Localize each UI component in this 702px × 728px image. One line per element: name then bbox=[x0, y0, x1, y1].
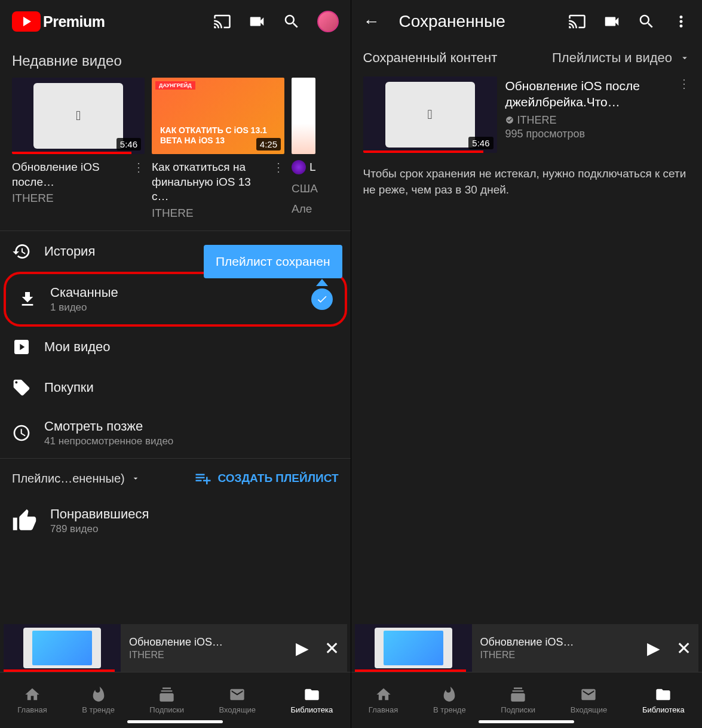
video-card[interactable]: L США Але bbox=[292, 78, 315, 220]
bottom-nav: Главная В тренде Подписки Входящие Библи… bbox=[351, 672, 703, 728]
storage-note: Чтобы срок хранения не истекал, нужно по… bbox=[351, 161, 703, 202]
camera-icon[interactable] bbox=[248, 13, 266, 30]
thumbs-up-icon bbox=[12, 508, 37, 533]
downloads-screen: ← Сохраненные Сохраненный контент Плейли… bbox=[351, 0, 703, 728]
video-thumbnail: 5:46 bbox=[363, 76, 497, 153]
avatar[interactable] bbox=[317, 11, 339, 32]
folder-icon bbox=[304, 686, 320, 703]
more-icon[interactable] bbox=[672, 13, 690, 30]
youtube-icon bbox=[12, 11, 41, 32]
header: ← Сохраненные bbox=[351, 0, 703, 43]
camera-icon[interactable] bbox=[603, 13, 621, 30]
premium-label: Premium bbox=[43, 13, 105, 30]
playlists-sort[interactable]: Плейлис…ененные) bbox=[12, 472, 140, 486]
create-playlist-button[interactable]: СОЗДАТЬ ПЛЕЙЛИСТ bbox=[194, 469, 339, 487]
chevron-down-icon bbox=[679, 53, 690, 63]
menu-downloads[interactable]: Скачанные 1 видео bbox=[4, 272, 347, 327]
mini-thumbnail bbox=[355, 624, 472, 672]
mini-title: Обновление iOS… bbox=[480, 636, 631, 649]
saved-video-item[interactable]: 5:46 Обновление iOS после джейлбрейка.Чт… bbox=[351, 76, 703, 161]
library-screen: Premium Недавние видео 5:46 О bbox=[0, 0, 351, 728]
video-card[interactable]: 5:46 Обновление iOS после… ITHERE ⋮ bbox=[12, 78, 145, 220]
toast-playlist-saved: Плейлист сохранен bbox=[204, 245, 342, 278]
video-thumbnail: 5:46 bbox=[12, 78, 145, 154]
video-title: Обновление iOS после… bbox=[12, 160, 128, 189]
clock-icon bbox=[12, 423, 31, 443]
nav-inbox[interactable]: Входящие bbox=[219, 686, 256, 714]
download-icon bbox=[18, 290, 37, 309]
subscriptions-icon bbox=[158, 686, 175, 703]
duration-badge: 4:25 bbox=[256, 138, 281, 150]
tag-icon bbox=[12, 378, 31, 397]
search-icon[interactable] bbox=[283, 13, 301, 30]
nav-subscriptions[interactable]: Подписки bbox=[501, 686, 535, 714]
video-channel: ITHERE bbox=[505, 114, 670, 127]
back-icon[interactable]: ← bbox=[363, 12, 380, 31]
mini-channel: ITHERE bbox=[480, 650, 631, 661]
home-icon bbox=[24, 686, 41, 703]
duration-badge: 5:46 bbox=[117, 138, 141, 150]
recent-videos-carousel[interactable]: 5:46 Обновление iOS после… ITHERE ⋮ ДАУН… bbox=[0, 78, 351, 220]
playlist-liked[interactable]: Понравившиеся 789 видео bbox=[0, 498, 351, 543]
fire-icon bbox=[90, 686, 107, 703]
duration-badge: 5:46 bbox=[468, 137, 493, 149]
mail-icon bbox=[229, 686, 246, 703]
nav-trending[interactable]: В тренде bbox=[82, 686, 115, 714]
nav-home[interactable]: Главная bbox=[17, 686, 47, 714]
youtube-premium-logo[interactable]: Premium bbox=[12, 11, 105, 32]
video-channel: ITHERE bbox=[152, 207, 268, 220]
nav-inbox[interactable]: Входящие bbox=[571, 686, 608, 714]
check-badge-icon bbox=[311, 288, 333, 310]
more-icon[interactable]: ⋮ bbox=[678, 76, 690, 153]
close-icon[interactable]: ✕ bbox=[669, 638, 698, 659]
mini-channel: ITHERE bbox=[129, 650, 279, 661]
nav-library[interactable]: Библиотека bbox=[291, 686, 333, 714]
video-thumbnail: ДАУНГРЕЙД КАК ОТКАТИТЬ С iOS 13.1 BETA Н… bbox=[152, 78, 284, 154]
page-title: Сохраненные bbox=[399, 12, 505, 31]
play-icon[interactable]: ▶ bbox=[639, 638, 669, 658]
filter-label: Сохраненный контент bbox=[363, 50, 498, 66]
menu-watch-later[interactable]: Смотреть позже 41 непросмотренное видео bbox=[0, 408, 351, 458]
nav-library[interactable]: Библиотека bbox=[642, 686, 685, 714]
video-card[interactable]: ДАУНГРЕЙД КАК ОТКАТИТЬ С iOS 13.1 BETA Н… bbox=[152, 78, 284, 220]
play-icon[interactable]: ▶ bbox=[287, 638, 317, 658]
video-title: Обновление iOS после джейлбрейка.Что… bbox=[505, 78, 670, 110]
search-icon[interactable] bbox=[637, 13, 655, 30]
more-icon[interactable]: ⋮ bbox=[272, 160, 284, 174]
filter-select[interactable]: Плейлисты и видео bbox=[552, 50, 690, 66]
playlists-header: Плейлис…ененные) СОЗДАТЬ ПЛЕЙЛИСТ bbox=[0, 458, 351, 498]
recent-videos-heading: Недавние видео bbox=[0, 43, 351, 78]
video-title: Как откатиться на финальную iOS 13 с… bbox=[152, 160, 268, 204]
nav-trending[interactable]: В тренде bbox=[433, 686, 466, 714]
mail-icon bbox=[580, 686, 597, 703]
chevron-down-icon bbox=[131, 474, 140, 483]
subscriptions-icon bbox=[510, 686, 526, 703]
video-channel: ITHERE bbox=[12, 192, 128, 205]
menu-my-videos[interactable]: Мои видео bbox=[0, 327, 351, 367]
home-indicator bbox=[479, 720, 574, 723]
nav-subscriptions[interactable]: Подписки bbox=[149, 686, 184, 714]
menu-purchases[interactable]: Покупки bbox=[0, 367, 351, 408]
cast-icon[interactable] bbox=[213, 13, 231, 30]
home-icon bbox=[375, 686, 392, 703]
mini-player[interactable]: Обновление iOS… ITHERE ▶ ✕ bbox=[355, 624, 699, 672]
more-icon[interactable]: ⋮ bbox=[133, 160, 145, 174]
verified-icon bbox=[505, 116, 514, 124]
play-box-icon bbox=[12, 337, 31, 357]
channel-avatar-icon bbox=[292, 160, 306, 174]
home-indicator bbox=[127, 720, 223, 723]
filter-row: Сохраненный контент Плейлисты и видео bbox=[351, 43, 703, 76]
history-icon bbox=[12, 242, 31, 261]
nav-home[interactable]: Главная bbox=[369, 686, 398, 714]
video-views: 995 просмотров bbox=[505, 128, 670, 140]
bottom-nav: Главная В тренде Подписки Входящие Библи… bbox=[0, 672, 351, 728]
cast-icon[interactable] bbox=[568, 13, 586, 30]
mini-title: Обновление iOS… bbox=[129, 636, 279, 649]
playlist-add-icon bbox=[194, 469, 212, 487]
folder-icon bbox=[655, 686, 672, 703]
mini-thumbnail bbox=[4, 624, 121, 672]
close-icon[interactable]: ✕ bbox=[317, 638, 347, 659]
mini-player[interactable]: Обновление iOS… ITHERE ▶ ✕ bbox=[4, 624, 347, 672]
fire-icon bbox=[441, 686, 458, 703]
header: Premium bbox=[0, 0, 351, 43]
